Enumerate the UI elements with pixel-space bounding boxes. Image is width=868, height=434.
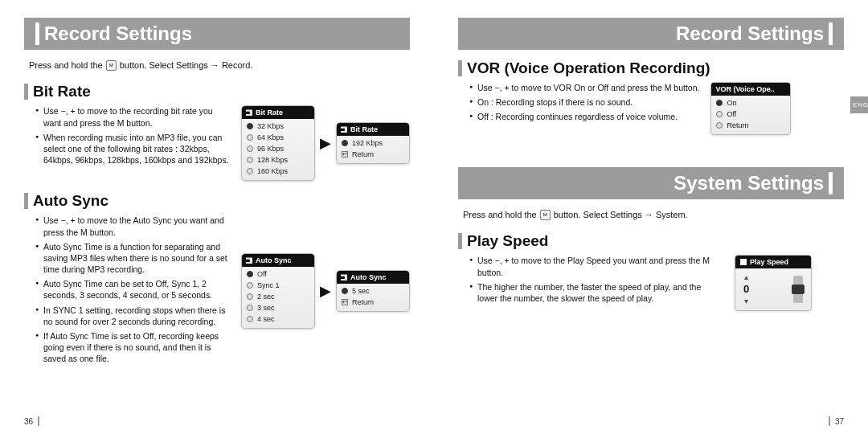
radio-icon [247, 145, 253, 152]
menu-item[interactable]: ↩Return [337, 149, 409, 160]
m-button-icon: M [540, 210, 551, 220]
menu-title: Auto Sync [337, 271, 409, 284]
section-vor: VOR (Voice Operation Recording) Use −, +… [458, 59, 844, 135]
section-accent [24, 193, 28, 209]
menu-item[interactable]: Off [711, 108, 790, 120]
menu-title: Bit Rate [242, 106, 314, 119]
menu-item[interactable]: 4 sec [242, 313, 314, 325]
menu-play-speed[interactable]: Play Speed ▴ 0 ▾ [735, 255, 812, 311]
slider-thumb[interactable] [792, 285, 805, 294]
heading-auto-sync: Auto Sync [33, 192, 108, 210]
menu-vor[interactable]: VOR (Voice Ope.. On Off Return [710, 82, 791, 135]
title-accent-right [829, 23, 833, 45]
page-36: Record Settings Press and hold the M but… [0, 0, 434, 434]
system-instruction: Press and hold the M button. Select Sett… [463, 209, 844, 221]
section-accent [458, 233, 462, 249]
manual-spread: Record Settings Press and hold the M but… [0, 0, 868, 434]
page-title-left: Record Settings [44, 23, 192, 45]
list-item: When recording music into an MP3 file, y… [35, 132, 230, 166]
page-number-left: 36 [24, 416, 39, 426]
radio-icon [247, 316, 253, 322]
menu-bit-rate-a[interactable]: Bit Rate 32 Kbps 64 Kbps 96 Kbps 128 Kbp… [241, 105, 315, 181]
page-number-bar [38, 416, 39, 426]
section-auto-sync: Auto Sync Use −, + to move to the Auto S… [24, 192, 410, 367]
menu-item[interactable]: 5 sec [337, 285, 409, 297]
radio-icon [247, 271, 253, 277]
menu-item[interactable]: 192 Kbps [337, 137, 409, 149]
list-item: Use −, + to move to the recording bit ra… [35, 105, 230, 128]
play-speed-value: 0 [743, 283, 749, 295]
heading-bit-rate: Bit Rate [33, 83, 91, 100]
list-item: Off : Recording continues regardless of … [469, 111, 699, 122]
menu-title: VOR (Voice Ope.. [711, 83, 790, 96]
menu-title: Auto Sync [242, 254, 314, 267]
radio-icon [716, 100, 723, 106]
radio-icon [247, 282, 253, 289]
bit-rate-menus: Bit Rate 32 Kbps 64 Kbps 96 Kbps 128 Kbp… [241, 105, 410, 181]
radio-icon [247, 305, 253, 311]
page-37: Record Settings ENG VOR (Voice Operation… [434, 0, 868, 434]
menu-auto-sync-b[interactable]: Auto Sync 5 sec ↩Return [336, 270, 410, 312]
heading-vor: VOR (Voice Operation Recording) [467, 59, 710, 77]
menu-item[interactable]: 64 Kbps [242, 132, 314, 143]
list-item: If Auto Sync Time is set to Off, recordi… [35, 330, 230, 365]
radio-icon [342, 288, 348, 294]
menu-auto-sync-a[interactable]: Auto Sync Off Sync 1 2 sec 3 sec 4 sec [241, 253, 315, 329]
play-speed-slider[interactable] [793, 276, 803, 303]
list-item: Use −, + to move to the Play Speed you w… [469, 255, 723, 277]
menu-bit-rate-b[interactable]: Bit Rate 192 Kbps ↩Return [336, 122, 410, 164]
step-down-icon[interactable]: ▾ [744, 297, 748, 305]
menu-item[interactable]: 96 Kbps [242, 143, 314, 154]
chevron-right-icon: ▶ [320, 282, 331, 300]
section-accent [458, 60, 462, 76]
section-play-speed: Play Speed Use −, + to move to the Play … [458, 232, 844, 311]
radio-icon [716, 111, 723, 117]
left-instruction: Press and hold the M button. Select Sett… [29, 59, 410, 72]
menu-item[interactable]: Off [242, 268, 314, 280]
menu-item[interactable]: 3 sec [242, 302, 314, 313]
menu-item[interactable]: Sync 1 [242, 280, 314, 291]
list-item: Use −, + to move to VOR On or Off and pr… [469, 82, 699, 93]
menu-item[interactable]: Return [711, 120, 790, 131]
list-item: Auto Sync Time is a function for separat… [35, 241, 230, 276]
menu-item[interactable]: ↩Return [337, 297, 409, 308]
heading-play-speed: Play Speed [467, 232, 548, 250]
section-accent [24, 84, 28, 100]
menu-item[interactable]: 160 Kbps [242, 166, 314, 177]
return-icon: ↩ [342, 299, 348, 305]
auto-sync-menus: Auto Sync Off Sync 1 2 sec 3 sec 4 sec ▶… [241, 215, 410, 367]
title-bar-right: Record Settings [458, 18, 844, 50]
page-title-right: Record Settings [676, 23, 824, 45]
page-number-right: 37 [829, 416, 844, 426]
list-item: Use −, + to move to the Auto Sync you wa… [35, 215, 230, 237]
radio-icon [247, 168, 253, 174]
title-bar-system: System Settings [458, 167, 844, 199]
chevron-right-icon: ▶ [320, 134, 331, 152]
system-settings-title: System Settings [674, 172, 824, 194]
auto-sync-bullets: Use −, + to move to the Auto Sync you wa… [24, 215, 230, 367]
step-up-icon[interactable]: ▴ [744, 272, 748, 281]
menu-item[interactable]: 32 Kbps [242, 121, 314, 132]
menu-title: Bit Rate [337, 123, 409, 136]
list-item: In SYNC 1 setting, recording stops when … [35, 305, 230, 327]
menu-item[interactable]: On [711, 97, 790, 108]
radio-icon [247, 293, 253, 300]
radio-icon [247, 123, 253, 129]
radio-icon [247, 157, 253, 163]
vor-bullets: Use −, + to move to VOR On or Off and pr… [458, 82, 699, 135]
title-bar-left: Record Settings [24, 18, 410, 50]
language-tab[interactable]: ENG [850, 96, 868, 113]
list-icon [740, 259, 747, 265]
m-button-icon: M [106, 60, 117, 71]
list-item: On : Recording stops if there is no soun… [469, 96, 699, 108]
menu-item[interactable]: 2 sec [242, 291, 314, 302]
section-bit-rate: Bit Rate Use −, + to move to the recordi… [24, 83, 410, 181]
play-speed-bullets: Use −, + to move to the Play Speed you w… [458, 255, 723, 311]
page-number-bar [829, 416, 830, 426]
return-icon [716, 122, 723, 129]
menu-item[interactable]: 128 Kbps [242, 154, 314, 166]
title-accent-system [829, 172, 833, 194]
bit-rate-bullets: Use −, + to move to the recording bit ra… [24, 105, 230, 181]
radio-icon [342, 140, 348, 146]
title-accent-left [35, 23, 39, 45]
